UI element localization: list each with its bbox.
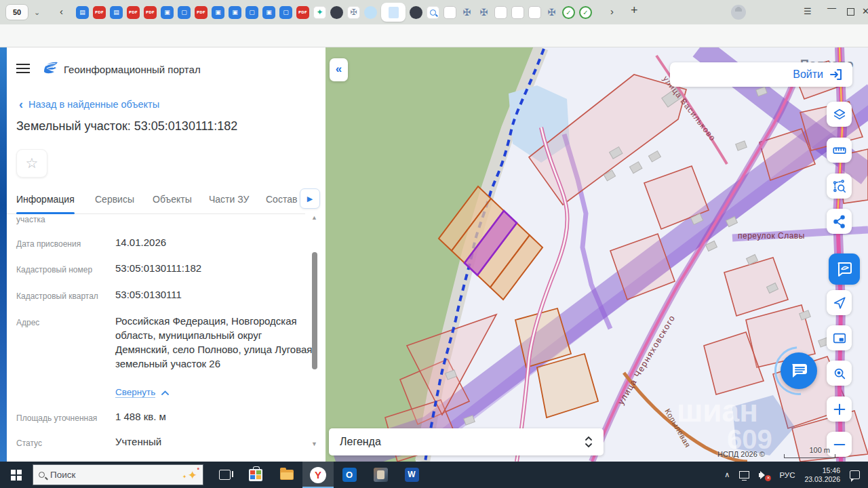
browser-tab-check[interactable]: ✓ [579,6,592,19]
start-button[interactable] [0,462,33,488]
tabs-scroll-right-icon[interactable]: › [610,5,614,17]
network-icon[interactable] [739,471,749,479]
collapse-panel-button[interactable]: « [330,58,348,81]
field-label-cadastral-number: Кадастровый номер [16,265,92,274]
store-button[interactable] [240,462,271,488]
panel-scroll-up-arrow[interactable]: ▲ [311,214,317,221]
tab-strip: ▤PDF▤PDFPDF▣▢PDF▣▣▢▣▢PDF✦✠✠✠✠✓✓ [76,3,592,21]
browser-tab-avatar[interactable] [410,6,422,19]
browser-tab-page[interactable] [443,6,456,19]
browser-tab-dot[interactable] [364,6,377,19]
tab-services[interactable]: Сервисы [95,194,134,205]
browser-tab-emblem-light[interactable]: ✠ [347,6,360,19]
browser-tab-pdf[interactable]: PDF [127,6,140,19]
copilot-sparkle-icon: ✦✦• [188,468,197,482]
hamburger-menu-icon[interactable] [16,64,30,73]
window-maximize-button[interactable] [847,8,854,16]
taskbar-clock[interactable]: 15:46 23.03.2026 [804,466,840,484]
map-search-icon [832,366,847,381]
label-lane-slavy: переулок Славы [738,231,805,241]
field-value-cadastral-block: 53:05:0130111 [115,287,319,302]
legend-expand-icon [585,436,593,448]
browser-tab-search[interactable] [427,6,439,19]
collapse-address-link[interactable]: Свернуть [115,387,169,398]
browser-tab-pdf[interactable]: PDF [93,6,106,19]
browser-tab-app[interactable]: ▣ [212,6,224,19]
system-tray: ∧ ✕ РУС 15:46 23.03.2026 [724,466,868,484]
share-button[interactable] [827,209,852,234]
browser-tab-emblem[interactable]: ✠ [545,6,558,19]
browser-tab-pdf[interactable]: PDF [144,6,157,19]
browser-tab-page[interactable] [511,6,524,19]
browser-tab-avatar[interactable] [330,6,343,19]
browser-tab-pdf[interactable]: PDF [296,6,309,19]
windows-logo-icon [11,470,22,481]
back-to-results-link[interactable]: ‹ Назад в найденные объекты [19,99,159,110]
browser-tab-active[interactable] [381,3,406,22]
area-search-button[interactable] [827,174,852,199]
browser-tab-file[interactable]: ▢ [245,6,258,19]
tab-information[interactable]: Информация [16,194,75,205]
locate-me-button[interactable] [827,290,852,315]
browser-tab-file[interactable]: ▢ [178,6,191,19]
outlook-button[interactable]: O [334,462,365,488]
tab-list-chevron-icon[interactable]: ⌄ [34,8,40,17]
window-minimize-button[interactable]: — [827,3,836,13]
word-button[interactable]: W [396,462,427,488]
tabs-more-button[interactable]: ▶ [300,188,320,209]
new-tab-button[interactable]: + [631,3,638,18]
panel-tabs: Информация Сервисы Объекты Части ЗУ Сост… [7,186,305,214]
browser-tab-app[interactable]: ▣ [262,6,275,19]
layers-button[interactable] [827,102,852,127]
browser-tab-app[interactable]: ▣ [161,6,174,19]
browser-tab-doc[interactable]: ▤ [76,6,89,19]
tab-composition[interactable]: Состав [266,194,297,205]
tab-objects[interactable]: Объекты [153,194,192,205]
browser-tab-check[interactable]: ✓ [562,6,575,19]
tabs-scroll-left-icon[interactable]: ‹ [60,5,63,17]
volume-muted-icon[interactable]: ✕ [759,471,770,479]
layers-icon [832,107,847,122]
taskbar-search-box[interactable]: Поиск ✦✦• [33,464,203,485]
notification-center-icon[interactable] [850,470,860,479]
zoom-in-button[interactable] [827,396,852,422]
legend-bar[interactable]: Легенда [329,428,604,455]
window-close-button[interactable]: ✕ [862,6,868,16]
panel-scroll-down-arrow[interactable]: ▼ [311,441,317,447]
browser-tab-app[interactable]: ▣ [229,6,241,19]
map-canvas[interactable]: шиан 609 Полново улица Васильково переул… [326,47,868,462]
favorite-star-button[interactable]: ☆ [16,149,47,178]
language-indicator[interactable]: РУС [779,471,795,479]
browser-tab-page[interactable] [494,6,507,19]
tray-expand-icon[interactable]: ∧ [724,470,730,479]
browser-menu-icon[interactable]: ☰ [804,6,812,16]
photos-app-button[interactable] [365,462,396,488]
panel-scrollbar-thumb[interactable] [312,252,317,369]
outlook-icon: O [342,468,357,482]
field-label-partial: участка [16,215,45,224]
yandex-browser-icon: Y [310,467,326,483]
file-explorer-button[interactable] [271,462,302,488]
field-value-address: Российская Федерация, Новгородская облас… [115,314,316,371]
tab-parcel-parts[interactable]: Части ЗУ [209,194,249,205]
chat-assistant-button[interactable] [781,352,817,389]
clock-date: 23.03.2026 [804,475,840,484]
browser-tab-emblem[interactable]: ✠ [477,6,490,19]
yandex-browser-button[interactable]: Y [302,462,334,488]
browser-tab-pdf[interactable]: PDF [195,6,208,19]
browser-tab-page[interactable] [528,6,541,19]
browser-tab-file[interactable]: ▢ [279,6,292,19]
tab-count-button[interactable]: 50 [5,4,28,20]
profile-avatar[interactable] [731,5,746,20]
search-on-map-button[interactable] [827,361,852,386]
browser-tab-doc[interactable]: ▤ [110,6,123,19]
legend-label: Легенда [340,436,381,448]
minimap-button[interactable] [827,325,852,350]
login-bar[interactable]: Войти [670,62,852,87]
measure-button[interactable] [827,138,852,163]
feedback-tool-button-active[interactable] [829,253,860,285]
browser-tab-emblem[interactable]: ✠ [460,6,473,19]
task-view-button[interactable] [209,462,240,488]
browser-tab-spark[interactable]: ✦ [313,6,326,19]
field-value-area: 1 488 кв. м [115,409,319,424]
